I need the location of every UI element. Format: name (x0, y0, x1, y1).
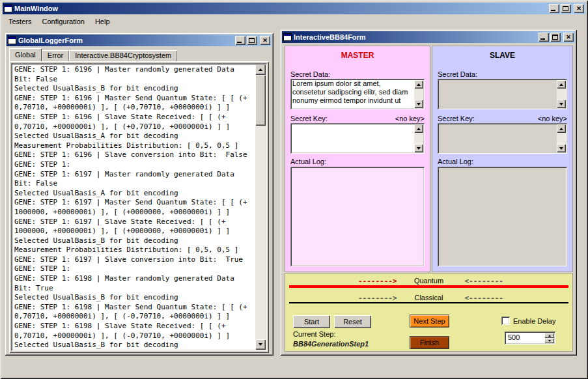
close-icon: ✕ (574, 5, 584, 12)
classical-arrow-left-icon: <-------- (464, 294, 503, 302)
arrow-up-icon (259, 68, 262, 71)
scroll-down-button[interactable] (255, 339, 266, 350)
arrow-down-icon (548, 340, 551, 342)
log-text: GENE: STEP 1: 6196 | Master randomly gen… (14, 65, 253, 349)
menu-configuration[interactable]: Configuration (36, 16, 89, 27)
arrow-up-icon (417, 128, 421, 130)
close-icon: ✕ (260, 36, 270, 44)
main-window: MainWindow ✕ Testers Configuration Help … (0, 0, 588, 379)
reset-button[interactable]: Reset (334, 315, 371, 328)
slave-secret-key-text (440, 124, 555, 153)
menu-help[interactable]: Help (90, 16, 115, 27)
main-window-title: MainWindow (14, 5, 547, 12)
maximize-icon (552, 35, 558, 40)
maximize-icon (563, 6, 568, 11)
scroll-up-button[interactable] (557, 80, 566, 89)
maximize-button[interactable] (550, 33, 561, 42)
bb84-window: InteractiveBB84Form ✕ MASTER Secret Data… (280, 29, 577, 356)
finish-button[interactable]: Finish (410, 336, 449, 349)
slave-secret-key-label: Secret Key: (438, 115, 475, 122)
start-button[interactable]: Start (293, 315, 330, 328)
tab-error[interactable]: Error (42, 50, 69, 61)
arrow-down-icon (559, 147, 563, 150)
master-secret-key-text (292, 124, 413, 153)
slave-no-key-status: <no key> (538, 115, 567, 122)
classical-channel-line (289, 302, 568, 303)
scroll-up-button[interactable] (557, 124, 566, 133)
enable-delay-label: Enable Delay (513, 317, 555, 325)
spin-down-button[interactable] (544, 338, 554, 343)
arrow-up-icon (548, 335, 551, 337)
scroll-up-button[interactable] (414, 80, 423, 89)
scroll-down-button[interactable] (557, 144, 566, 152)
master-actual-log-box (290, 167, 425, 266)
quantum-arrow-right-icon: --------> (358, 277, 397, 285)
master-actual-log-label: Actual Log: (290, 158, 326, 165)
master-secret-key-label: Secret Key: (290, 115, 328, 122)
slave-secret-data-scrollbar[interactable] (557, 80, 566, 108)
logger-window-icon (8, 36, 16, 44)
checkbox-box[interactable] (501, 316, 510, 325)
scroll-up-button[interactable] (414, 124, 423, 133)
minimize-button[interactable] (549, 4, 559, 13)
menu-testers[interactable]: Testers (3, 16, 36, 27)
slave-secret-key-textbox[interactable] (438, 123, 567, 154)
slave-actual-log-label: Actual Log: (438, 158, 473, 165)
scroll-down-button[interactable] (414, 100, 423, 108)
scroll-thumb[interactable] (255, 75, 266, 126)
slave-secret-data-label: Secret Data: (438, 70, 477, 78)
slave-secret-key-scrollbar[interactable] (557, 124, 566, 152)
slave-actual-log-text (440, 167, 555, 266)
menu-bar: Testers Configuration Help (3, 15, 585, 27)
current-step-value: BB84GenerationStep1 (293, 340, 369, 348)
bb84-titlebar[interactable]: InteractiveBB84Form ✕ (282, 31, 575, 43)
minimize-button[interactable] (235, 36, 245, 45)
scroll-down-button[interactable] (557, 100, 566, 108)
slave-secret-data-textbox[interactable] (438, 79, 567, 109)
bb84-title: InteractiveBB84Form (294, 33, 537, 41)
enable-delay-checkbox[interactable]: Enable Delay (501, 316, 555, 325)
tab-interactive-bb84cryptosystem[interactable]: Interactive.BB84Cryptosystem (69, 50, 177, 61)
close-button[interactable]: ✕ (563, 33, 574, 42)
arrow-up-icon (559, 128, 563, 130)
scroll-up-button[interactable] (255, 64, 266, 75)
tab-global[interactable]: Global (9, 48, 42, 61)
maximize-button[interactable] (561, 4, 571, 13)
bb84-window-icon (283, 33, 292, 41)
close-button[interactable]: ✕ (574, 4, 584, 13)
master-panel: MASTER Secret Data: Lorem ipsum dolor si… (285, 46, 430, 272)
classical-arrow-right-icon: --------> (358, 294, 397, 302)
arrow-down-icon (417, 103, 421, 105)
log-scrollbar[interactable] (255, 64, 266, 350)
logger-tabstrip: Global Error Interactive.BB84Cryptosyste… (9, 48, 177, 61)
master-secret-key-textbox[interactable] (290, 123, 425, 154)
logger-titlebar[interactable]: GlobalLoggerForm ✕ (7, 35, 272, 46)
delay-value: 500 (508, 333, 520, 341)
minimize-button[interactable] (539, 33, 549, 42)
slave-panel: SLAVE Secret Data: Secret Key: <no key> (432, 46, 573, 272)
classical-channel-label: Classical (285, 294, 572, 302)
spin-up-button[interactable] (544, 333, 554, 338)
slave-actual-log-box (438, 167, 567, 266)
slave-secret-data-text (440, 79, 555, 109)
master-secret-data-textbox[interactable]: Lorem ipsum dolor sit amet, consetetur s… (290, 79, 425, 109)
minimize-icon (551, 10, 555, 11)
global-log-textbox[interactable]: GENE: STEP 1: 6196 | Master randomly gen… (11, 63, 267, 351)
arrow-up-icon (417, 83, 421, 86)
logger-title: GlobalLoggerForm (18, 36, 233, 44)
arrow-down-icon (559, 103, 563, 105)
master-actual-log-text (292, 167, 413, 266)
communication-panel: Quantum --------> <-------- Classical --… (285, 273, 573, 352)
master-secret-data-scrollbar[interactable] (414, 80, 423, 108)
delay-numeric-updown[interactable]: 500 (505, 331, 555, 344)
main-titlebar[interactable]: MainWindow ✕ (3, 3, 585, 14)
close-button[interactable]: ✕ (260, 36, 270, 45)
next-step-button[interactable]: Next Step (410, 315, 449, 328)
current-step-label: Current Step: (293, 330, 335, 338)
quantum-channel-line (289, 285, 568, 288)
master-secret-key-scrollbar[interactable] (414, 124, 423, 152)
maximize-button[interactable] (247, 36, 257, 45)
arrow-up-icon (559, 83, 563, 86)
scroll-down-button[interactable] (414, 144, 423, 152)
close-icon: ✕ (563, 33, 574, 41)
